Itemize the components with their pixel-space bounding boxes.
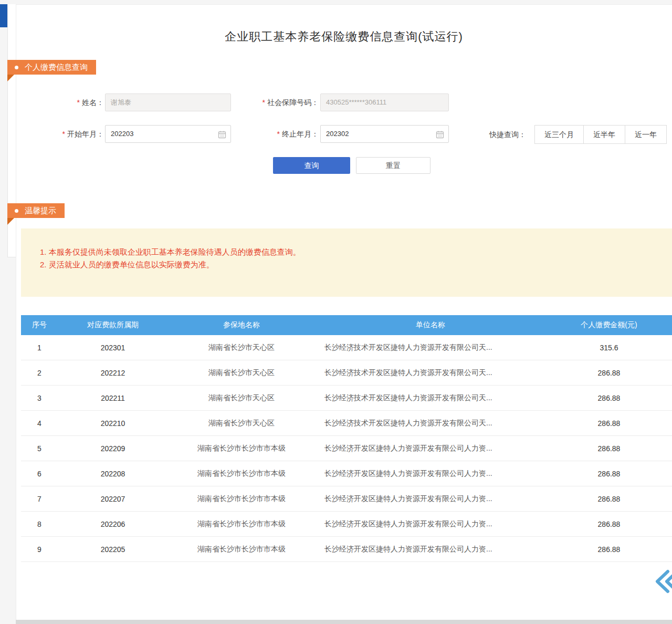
table-cell: 长沙经济技术开发区捷特人力资源开发有限公司天... — [315, 393, 546, 403]
page: 企业职工基本养老保险缴费信息查询(试运行) 个人缴费信息查询 *姓名： 谢旭泰 … — [0, 0, 672, 624]
quick-query-label: 快捷查询： — [489, 125, 526, 144]
notice-line: 2. 灵活就业人员的缴费单位信息以实际缴费为准。 — [40, 260, 214, 270]
notice-box: 1. 本服务仅提供尚未领取企业职工基本养老保险待遇人员的缴费信息查询。 2. 灵… — [21, 228, 672, 297]
results-table: 序号对应费款所属期参保地名称单位名称个人缴费金额(元) 1202301湖南省长沙… — [21, 315, 672, 562]
table-cell: 4 — [21, 419, 58, 428]
table-cell: 202206 — [58, 520, 168, 528]
table-cell: 湖南省长沙市长沙市市本级 — [168, 444, 315, 453]
table-cell: 286.88 — [546, 520, 672, 528]
table-cell: 长沙经济技术开发区捷特人力资源开发有限公司天... — [315, 368, 546, 378]
ssn-field: 430525******306111 — [320, 93, 449, 111]
table-cell: 286.88 — [546, 495, 672, 503]
table-header-row: 序号对应费款所属期参保地名称单位名称个人缴费金额(元) — [21, 315, 672, 335]
table-cell: 7 — [21, 495, 58, 503]
table-cell: 286.88 — [546, 470, 672, 478]
reset-button[interactable]: 重置 — [356, 157, 430, 174]
end-date-label: *终止年月： — [236, 125, 319, 143]
table-cell: 长沙经济技术开发区捷特人力资源开发有限公司天... — [315, 343, 546, 352]
table-cell: 2 — [21, 369, 58, 377]
table-cell: 286.88 — [546, 545, 672, 554]
table-cell: 6 — [21, 470, 58, 478]
bullet-dot-icon — [15, 66, 18, 69]
double-left-chevron-icon[interactable] — [655, 568, 672, 595]
table-row: 5202209湖南省长沙市长沙市市本级长沙经济开发区捷特人力资源开发有限公司人力… — [21, 436, 672, 461]
table-cell: 286.88 — [546, 394, 672, 402]
ssn-label: *社会保障号码： — [236, 93, 319, 111]
table-cell: 315.6 — [546, 344, 672, 352]
badge-fold-decoration — [7, 75, 14, 81]
table-cell: 湖南省长沙市长沙市市本级 — [168, 519, 315, 529]
table-cell: 湖南省长沙市长沙市市本级 — [168, 545, 315, 554]
table-header-cell: 序号 — [21, 320, 58, 330]
table-header-cell: 单位名称 — [315, 320, 546, 330]
table-row: 7202207湖南省长沙市长沙市市本级长沙经济开发区捷特人力资源开发有限公司人力… — [21, 486, 672, 512]
table-cell: 3 — [21, 394, 58, 402]
table-cell: 286.88 — [546, 444, 672, 453]
section-badge-query-label: 个人缴费信息查询 — [25, 63, 88, 72]
required-asterisk: * — [62, 130, 65, 138]
calendar-icon[interactable] — [436, 130, 444, 139]
table-cell: 202207 — [58, 495, 168, 503]
section-badge-query: 个人缴费信息查询 — [7, 60, 96, 75]
table-cell: 湖南省长沙市天心区 — [168, 393, 315, 403]
section-badge-tips-label: 温馨提示 — [25, 206, 56, 216]
start-date-label: *开始年月： — [32, 125, 104, 143]
table-cell: 湖南省长沙市天心区 — [168, 419, 315, 428]
table-cell: 湖南省长沙市长沙市市本级 — [168, 494, 315, 504]
table-cell: 286.88 — [546, 419, 672, 428]
quick-query-group: 近三个月近半年近一年 — [534, 125, 667, 144]
required-asterisk: * — [262, 98, 265, 107]
quick-range-button-2[interactable]: 近一年 — [625, 125, 667, 144]
table-cell: 9 — [21, 545, 58, 554]
calendar-icon[interactable] — [218, 130, 226, 139]
notice-line: 1. 本服务仅提供尚未领取企业职工基本养老保险待遇人员的缴费信息查询。 — [40, 247, 301, 257]
bottom-scrollbar-strip[interactable] — [16, 620, 672, 624]
required-asterisk: * — [277, 130, 280, 138]
table-row: 2202212湖南省长沙市天心区长沙经济技术开发区捷特人力资源开发有限公司天..… — [21, 360, 672, 386]
quick-range-button-1[interactable]: 近半年 — [583, 125, 625, 144]
table-cell: 1 — [21, 344, 58, 352]
table-cell: 长沙经济开发区捷特人力资源开发有限公司人力资... — [315, 494, 546, 504]
quick-range-button-0[interactable]: 近三个月 — [534, 125, 584, 144]
table-cell: 长沙经济开发区捷特人力资源开发有限公司人力资... — [315, 545, 546, 554]
table-cell: 长沙经济技术开发区捷特人力资源开发有限公司天... — [315, 419, 546, 428]
table-cell: 8 — [21, 520, 58, 528]
table-cell: 长沙经济开发区捷特人力资源开发有限公司人力资... — [315, 519, 546, 529]
table-header-cell: 对应费款所属期 — [58, 320, 168, 330]
required-asterisk: * — [77, 98, 80, 107]
query-button[interactable]: 查询 — [273, 157, 350, 174]
table-cell: 202205 — [58, 545, 168, 554]
table-row: 6202208湖南省长沙市长沙市市本级长沙经济开发区捷特人力资源开发有限公司人力… — [21, 461, 672, 486]
page-title: 企业职工基本养老保险缴费信息查询(试运行) — [16, 29, 672, 45]
table-cell: 202210 — [58, 419, 168, 428]
table-cell: 202208 — [58, 470, 168, 478]
left-nav-tab[interactable] — [0, 4, 7, 27]
table-cell: 202209 — [58, 444, 168, 453]
end-date-input[interactable]: 202302 — [320, 125, 449, 143]
table-cell: 长沙经济开发区捷特人力资源开发有限公司人力资... — [315, 444, 546, 453]
table-cell: 202211 — [58, 394, 168, 402]
bullet-dot-icon — [15, 209, 18, 213]
table-header-cell: 个人缴费金额(元) — [546, 320, 672, 330]
table-header-cell: 参保地名称 — [168, 320, 315, 330]
table-body: 1202301湖南省长沙市天心区长沙经济技术开发区捷特人力资源开发有限公司天..… — [21, 335, 672, 562]
table-cell: 湖南省长沙市天心区 — [168, 343, 315, 352]
table-cell: 长沙经济开发区捷特人力资源开发有限公司人力资... — [315, 469, 546, 479]
table-cell: 286.88 — [546, 369, 672, 377]
name-label: *姓名： — [32, 93, 104, 111]
table-row: 3202211湖南省长沙市天心区长沙经济技术开发区捷特人力资源开发有限公司天..… — [21, 386, 672, 411]
table-row: 4202210湖南省长沙市天心区长沙经济技术开发区捷特人力资源开发有限公司天..… — [21, 411, 672, 436]
section-badge-tips: 温馨提示 — [7, 203, 65, 218]
table-cell: 5 — [21, 444, 58, 453]
table-row: 1202301湖南省长沙市天心区长沙经济技术开发区捷特人力资源开发有限公司天..… — [21, 335, 672, 360]
table-row: 8202206湖南省长沙市长沙市市本级长沙经济开发区捷特人力资源开发有限公司人力… — [21, 512, 672, 537]
badge-fold-decoration — [7, 218, 14, 225]
table-cell: 湖南省长沙市长沙市市本级 — [168, 469, 315, 479]
table-cell: 湖南省长沙市天心区 — [168, 368, 315, 378]
table-row: 9202205湖南省长沙市长沙市市本级长沙经济开发区捷特人力资源开发有限公司人力… — [21, 537, 672, 562]
table-cell: 202301 — [58, 344, 168, 352]
name-field: 谢旭泰 — [105, 93, 231, 111]
table-cell: 202212 — [58, 369, 168, 377]
start-date-input[interactable]: 202203 — [105, 125, 231, 143]
